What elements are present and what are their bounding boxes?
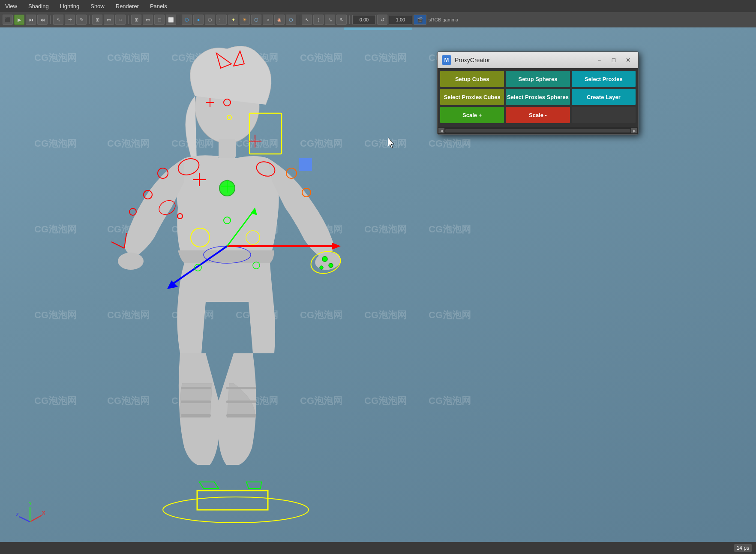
toolbar-btn-rotate[interactable]: ↻ <box>336 15 347 25</box>
toolbar-btn-sun[interactable]: ☀ <box>240 15 250 25</box>
svg-point-33 <box>322 256 327 262</box>
toolbar-btn-1[interactable]: ⬛ <box>3 15 13 25</box>
toolbar-btn-select[interactable]: ↖ <box>53 15 63 25</box>
svg-rect-6 <box>181 414 211 417</box>
dialog-icon: M <box>442 55 451 65</box>
toolbar-btn-refresh[interactable]: ↺ <box>377 15 387 25</box>
sep-4 <box>179 15 179 24</box>
scale-plus-button[interactable]: Scale + <box>440 107 504 123</box>
select-proxies-cubes-button[interactable]: Select Proxies Cubes <box>440 89 504 105</box>
toolbar-btn-move2[interactable]: ⊹ <box>313 15 324 25</box>
select-proxies-spheres-button[interactable]: Select Proxies Spheres <box>506 89 570 105</box>
svg-rect-7 <box>226 414 256 417</box>
select-proxies-button[interactable]: Select Proxies <box>572 71 636 87</box>
proxy-btn-row-3: Scale + Scale - <box>440 107 636 123</box>
dialog-close-button[interactable]: ✕ <box>623 56 634 64</box>
proxy-btn-row-1: Setup Cubes Setup Spheres Select Proxies <box>440 71 636 87</box>
toolbar-color-profile: sRGB gamma <box>428 17 459 22</box>
scale-minus-button[interactable]: Scale - <box>506 107 570 123</box>
sep-6 <box>349 15 350 24</box>
toolbar-btn-cube[interactable]: ⬡ <box>182 15 192 25</box>
toolbar-btn-resize[interactable]: ⤡ <box>325 15 335 25</box>
svg-text:Y: Y <box>29 501 32 506</box>
dialog-maximize-button[interactable]: □ <box>608 56 619 64</box>
status-bar: 14fps <box>0 542 756 554</box>
svg-rect-4 <box>181 400 211 403</box>
proxy-dialog-scrollbar: ◀ ▶ <box>438 127 638 134</box>
menu-view[interactable]: View <box>3 2 19 10</box>
scale-empty-button[interactable] <box>572 107 636 123</box>
sep-1 <box>50 15 51 24</box>
toolbar-value2[interactable] <box>389 15 412 24</box>
toolbar-btn-box3[interactable]: ⬜ <box>166 15 176 25</box>
menu-shading[interactable]: Shading <box>27 2 51 10</box>
create-layer-button[interactable]: Create Layer <box>572 89 636 105</box>
menu-renderer[interactable]: Renderer <box>114 2 141 10</box>
toolbar-btn-4[interactable]: ⏭ <box>37 15 48 25</box>
dialog-minimize-button[interactable]: − <box>594 56 605 64</box>
menu-panels[interactable]: Panels <box>148 2 169 10</box>
scroll-left-arrow[interactable]: ◀ <box>438 128 444 133</box>
menu-show[interactable]: Show <box>89 2 106 10</box>
svg-text:Z: Z <box>16 512 19 517</box>
proxy-dialog: M ProxyCreator − □ ✕ Setup Cubes Setup S… <box>437 51 639 135</box>
svg-point-8 <box>118 253 144 270</box>
toolbar-btn-grid[interactable]: ⊞ <box>92 15 102 25</box>
toolbar-btn-dots[interactable]: ⋮⋮ <box>216 15 227 25</box>
toolbar-btn-sq[interactable]: □ <box>154 15 165 25</box>
toolbar-value1[interactable] <box>352 15 376 24</box>
toolbar-btn-box[interactable]: ▭ <box>104 15 114 25</box>
toolbar-btn-mode[interactable]: 🎬 <box>414 15 426 25</box>
svg-point-18 <box>129 208 136 215</box>
svg-rect-2 <box>181 387 211 389</box>
setup-spheres-button[interactable]: Setup Spheres <box>506 71 570 87</box>
svg-rect-5 <box>226 400 256 403</box>
toolbar-btn-sphere[interactable]: ● <box>193 15 204 25</box>
toolbar-btn-pencil[interactable]: ✎ <box>76 15 87 25</box>
setup-cubes-button[interactable]: Setup Cubes <box>440 71 504 87</box>
sep-2 <box>89 15 90 24</box>
scroll-track[interactable] <box>445 129 630 132</box>
character-svg <box>0 27 756 542</box>
sep-3 <box>128 15 129 24</box>
toolbar: ⬛ ▶ ⏮ ⏭ ↖ ✛ ✎ ⊞ ▭ ○ ⊞ ▭ □ ⬜ ⬡ ● ⬡ ⋮⋮ ✦ ☀… <box>0 12 756 27</box>
toolbar-btn-mesh[interactable]: ⬡ <box>205 15 215 25</box>
toolbar-btn-circle2[interactable]: ○ <box>263 15 273 25</box>
svg-rect-1 <box>219 139 236 158</box>
svg-text:X: X <box>42 510 45 515</box>
toolbar-btn-hex[interactable]: ⬡ <box>251 15 261 25</box>
sep-5 <box>299 15 299 24</box>
menu-bar: View Shading Lighting Show Renderer Pane… <box>0 0 756 12</box>
svg-rect-26 <box>299 158 312 171</box>
svg-point-35 <box>320 266 323 269</box>
toolbar-btn-grid2[interactable]: ⊞ <box>131 15 141 25</box>
svg-line-56 <box>19 517 30 522</box>
toolbar-btn-move[interactable]: ✛ <box>65 15 75 25</box>
toolbar-btn-arrow[interactable]: ↖ <box>302 15 312 25</box>
toolbar-btn-hex2[interactable]: ⬡ <box>286 15 296 25</box>
svg-point-34 <box>329 263 333 268</box>
dialog-title: ProxyCreator <box>455 57 590 63</box>
proxy-dialog-content: Setup Cubes Setup Spheres Select Proxies… <box>438 68 638 127</box>
toolbar-btn-circle[interactable]: ○ <box>115 15 126 25</box>
menu-lighting[interactable]: Lighting <box>58 2 81 10</box>
toolbar-btn-circle3[interactable]: ◉ <box>274 15 285 25</box>
svg-line-52 <box>30 515 42 522</box>
toolbar-btn-light[interactable]: ✦ <box>228 15 238 25</box>
toolbar-btn-3[interactable]: ⏮ <box>26 15 36 25</box>
toolbar-btn-2[interactable]: ▶ <box>14 15 24 25</box>
svg-rect-3 <box>226 387 256 389</box>
svg-line-38 <box>111 242 124 248</box>
proxy-btn-row-2: Select Proxies Cubes Select Proxies Sphe… <box>440 89 636 105</box>
axis-indicator: X Y Z <box>15 500 45 530</box>
toolbar-btn-box2[interactable]: ▭ <box>143 15 153 25</box>
svg-rect-50 <box>197 491 268 510</box>
proxy-dialog-titlebar[interactable]: M ProxyCreator − □ ✕ <box>438 52 638 68</box>
fps-badge: 14fps <box>734 544 752 552</box>
svg-marker-30 <box>332 243 341 250</box>
scroll-right-arrow[interactable]: ▶ <box>631 128 637 133</box>
